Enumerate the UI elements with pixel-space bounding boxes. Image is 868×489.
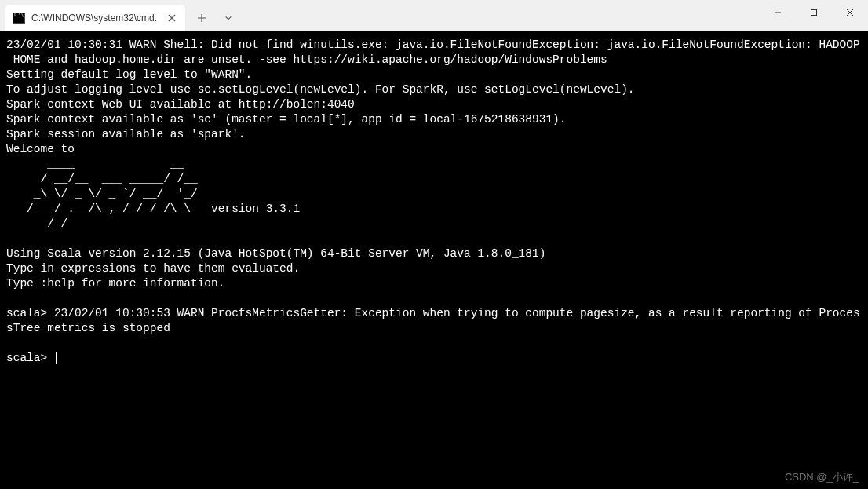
- new-tab-button[interactable]: [190, 6, 213, 30]
- window-controls: [760, 0, 868, 31]
- tabs-area: C:\WINDOWS\system32\cmd.: [0, 0, 760, 31]
- tab-title: C:\WINDOWS\system32\cmd.: [31, 13, 159, 24]
- terminal-prompt: scala>: [6, 352, 54, 364]
- terminal-output[interactable]: 23/02/01 10:30:31 WARN Shell: Did not fi…: [0, 31, 868, 489]
- title-bar: C:\WINDOWS\system32\cmd.: [0, 0, 868, 31]
- text-cursor: [56, 352, 57, 364]
- maximize-button[interactable]: [796, 0, 832, 25]
- minimize-button[interactable]: [760, 0, 796, 25]
- svg-rect-0: [811, 10, 817, 16]
- close-window-button[interactable]: [832, 0, 868, 25]
- tab-cmd[interactable]: C:\WINDOWS\system32\cmd.: [5, 5, 185, 31]
- watermark-text: CSDN @_小许_: [785, 470, 859, 484]
- terminal-text: 23/02/01 10:30:31 WARN Shell: Did not fi…: [6, 38, 860, 334]
- cmd-icon: [13, 13, 25, 24]
- tab-actions: [185, 5, 240, 31]
- tab-dropdown-button[interactable]: [217, 6, 240, 30]
- close-tab-button[interactable]: [165, 11, 179, 25]
